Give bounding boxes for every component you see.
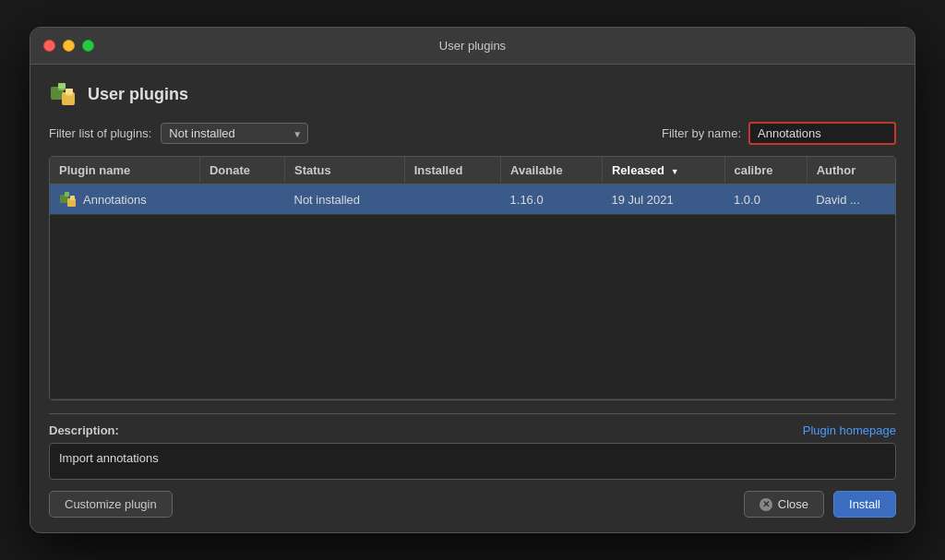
maximize-button[interactable]: [82, 40, 94, 52]
sort-down-icon: ▼: [671, 167, 679, 176]
svg-rect-9: [70, 196, 75, 200]
filter-name-input[interactable]: [748, 122, 896, 145]
description-label: Description:: [49, 423, 119, 437]
description-header: Description: Plugin homepage: [49, 423, 896, 437]
col-status[interactable]: Status: [285, 157, 405, 185]
cell-released: 19 Jul 2021: [602, 185, 724, 215]
row-plugin-icon: [59, 190, 78, 209]
close-circle-icon: ✕: [760, 498, 772, 511]
col-plugin-name[interactable]: Plugin name: [50, 157, 199, 185]
col-released[interactable]: Released ▼: [602, 157, 724, 185]
col-installed[interactable]: Installed: [404, 157, 500, 185]
col-calibre[interactable]: calibre: [724, 157, 807, 185]
filter-name-label: Filter by name:: [662, 126, 741, 140]
svg-rect-5: [66, 89, 73, 94]
filter-left: Filter list of plugins: Not installed In…: [49, 123, 308, 144]
install-button[interactable]: Install: [833, 491, 896, 518]
description-text: Import annotations: [59, 451, 159, 465]
filter-list-select[interactable]: Not installed Installed All: [161, 123, 308, 144]
traffic-lights: [43, 40, 94, 52]
filter-list-select-wrapper[interactable]: Not installed Installed All ▼: [161, 123, 308, 144]
cell-plugin-name: Annotations: [50, 185, 199, 215]
filter-right: Filter by name:: [662, 122, 896, 145]
svg-rect-7: [65, 192, 69, 197]
cell-donate: [199, 185, 284, 215]
cell-author: David ...: [807, 185, 895, 215]
button-group: ✕ Close Install: [744, 491, 896, 518]
filter-list-label: Filter list of plugins:: [49, 126, 151, 140]
cell-calibre: 1.0.0: [724, 185, 807, 215]
cell-status: Not installed: [285, 185, 405, 215]
bottom-buttons: Customize plugin ✕ Close Install: [49, 491, 896, 518]
close-button[interactable]: [43, 40, 55, 52]
filter-row: Filter list of plugins: Not installed In…: [49, 122, 896, 145]
cell-installed: [404, 185, 500, 215]
col-author[interactable]: Author: [807, 157, 895, 185]
col-available[interactable]: Available: [501, 157, 603, 185]
empty-area: [50, 215, 895, 399]
minimize-button[interactable]: [63, 40, 75, 52]
plugin-table: Plugin name Donate Status Installed Avai: [50, 157, 895, 399]
description-section: Description: Plugin homepage Import anno…: [49, 413, 896, 480]
window-title: User plugins: [439, 39, 506, 53]
header-row: User plugins: [49, 79, 896, 109]
svg-rect-4: [58, 83, 66, 89]
customize-plugin-button[interactable]: Customize plugin: [49, 491, 173, 518]
col-donate[interactable]: Donate: [199, 157, 284, 185]
empty-row: [50, 215, 895, 399]
header-plugin-icon: [49, 79, 78, 109]
plugin-table-container: Plugin name Donate Status Installed Avai: [49, 156, 896, 400]
page-title: User plugins: [88, 85, 188, 104]
plugin-homepage-link[interactable]: Plugin homepage: [803, 423, 896, 437]
main-window: User plugins User plugins Filter list of…: [30, 27, 915, 533]
cell-available: 1.16.0: [501, 185, 603, 215]
window-content: User plugins Filter list of plugins: Not…: [30, 65, 915, 532]
description-box: Import annotations: [49, 443, 896, 480]
title-bar: User plugins: [30, 28, 915, 65]
close-button-dialog[interactable]: ✕ Close: [744, 491, 824, 518]
table-row[interactable]: Annotations Not installed: [50, 185, 895, 215]
table-header-row: Plugin name Donate Status Installed Avai: [50, 157, 895, 185]
